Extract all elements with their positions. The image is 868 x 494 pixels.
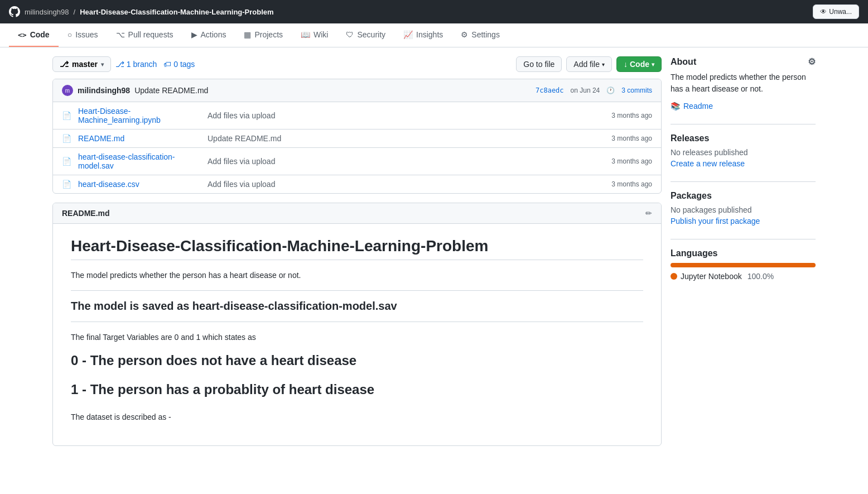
tab-issues[interactable]: ○ Issues bbox=[59, 23, 107, 47]
sidebar-packages-section: Packages No packages published Publish y… bbox=[671, 191, 816, 226]
sidebar-publish-package-link[interactable]: Publish your first package bbox=[671, 217, 816, 226]
file-link-1[interactable]: README.md bbox=[78, 134, 201, 143]
tab-actions[interactable]: ▶ Actions bbox=[182, 23, 235, 47]
sidebar-divider-releases bbox=[671, 124, 816, 124]
content-area: ⎇ master ▾ ⎇ 1 branch 🏷 0 tags Go to fil bbox=[52, 56, 662, 446]
language-color-dot bbox=[671, 273, 677, 280]
tab-wiki[interactable]: 📖 Wiki bbox=[292, 23, 337, 47]
file-table: m milindsingh98 Update README.md 7c8aedc… bbox=[52, 79, 662, 194]
insights-icon: 📈 bbox=[403, 30, 413, 39]
topbar-username[interactable]: milindsingh98 bbox=[25, 8, 69, 16]
readme-target-vars: The final Target Variables are 0 and 1 w… bbox=[71, 331, 643, 343]
toolbar-actions: Go to file Add file ▾ ↓ Code ▾ bbox=[516, 56, 662, 72]
commit-avatar: m bbox=[62, 85, 73, 96]
tab-settings[interactable]: ⚙ Settings bbox=[452, 23, 509, 47]
sidebar-languages-title: Languages bbox=[671, 248, 816, 258]
edit-readme-button[interactable]: ✏ bbox=[645, 209, 652, 218]
projects-icon: ▦ bbox=[244, 30, 251, 39]
sidebar-no-releases: No releases published bbox=[671, 148, 816, 157]
security-icon: 🛡 bbox=[346, 30, 354, 39]
repo-toolbar: ⎇ master ▾ ⎇ 1 branch 🏷 0 tags Go to fil bbox=[52, 56, 662, 72]
file-age-2: 3 months ago bbox=[611, 157, 652, 165]
file-row: 📄 Heart-Disease-Machine_learning.ipynb A… bbox=[53, 102, 661, 130]
sidebar-gear-icon[interactable]: ⚙ bbox=[808, 56, 816, 67]
sidebar-releases-section: Releases No releases published Create a … bbox=[671, 133, 816, 168]
sidebar-divider-packages bbox=[671, 181, 816, 182]
wiki-icon: 📖 bbox=[301, 30, 310, 39]
sidebar-about-title: About ⚙ bbox=[671, 56, 816, 67]
pr-icon: ⌥ bbox=[116, 30, 125, 39]
sidebar-divider-languages bbox=[671, 239, 816, 239]
file-icon: 📄 bbox=[62, 111, 71, 120]
issues-icon: ○ bbox=[67, 30, 72, 39]
sidebar-create-release-link[interactable]: Create a new release bbox=[671, 159, 816, 168]
actions-icon: ▶ bbox=[191, 30, 197, 39]
clock-icon: 🕐 bbox=[606, 87, 615, 94]
code-icon: <> bbox=[18, 31, 27, 39]
settings-icon: ⚙ bbox=[461, 30, 468, 39]
book-icon: 📚 bbox=[671, 102, 680, 111]
file-icon: 📄 bbox=[62, 134, 71, 143]
readme-content: Heart-Disease-Classification-Machine-Lea… bbox=[53, 224, 661, 445]
go-to-file-button[interactable]: Go to file bbox=[516, 56, 562, 72]
commits-count-link[interactable]: 3 commits bbox=[621, 87, 652, 94]
readme-box: README.md ✏ Heart-Disease-Classification… bbox=[52, 203, 662, 446]
branch-count-link[interactable]: ⎇ 1 branch bbox=[115, 60, 157, 69]
nav-tabs: <> Code ○ Issues ⌥ Pull requests ▶ Actio… bbox=[0, 23, 868, 47]
chevron-down-icon: ▾ bbox=[101, 61, 104, 68]
file-age-0: 3 months ago bbox=[611, 112, 652, 119]
sidebar-about-section: About ⚙ The model predicts whether the p… bbox=[671, 56, 816, 111]
file-row: 📄 heart-disease-classification-model.sav… bbox=[53, 148, 661, 175]
file-age-3: 3 months ago bbox=[611, 180, 652, 188]
branch-selector-button[interactable]: ⎇ master ▾ bbox=[52, 56, 111, 72]
file-link-3[interactable]: heart-disease.csv bbox=[78, 180, 201, 189]
add-file-arrow-icon: ▾ bbox=[602, 61, 605, 68]
sidebar-no-packages: No packages published bbox=[671, 205, 816, 214]
code-arrow-icon: ▾ bbox=[652, 61, 654, 68]
add-file-button[interactable]: Add file ▾ bbox=[566, 56, 612, 72]
tag-count-link[interactable]: 🏷 0 tags bbox=[163, 60, 195, 69]
topbar: milindsingh98 / Heart-Disease-Classifica… bbox=[0, 0, 868, 23]
topbar-reponame[interactable]: Heart-Disease-Classification-Machine-Lea… bbox=[80, 8, 273, 16]
file-age-1: 3 months ago bbox=[611, 135, 652, 142]
code-button[interactable]: ↓ Code ▾ bbox=[616, 56, 662, 72]
language-name: Jupyter Notebook bbox=[681, 272, 742, 281]
language-percent: 100.0% bbox=[748, 272, 774, 281]
commit-sha-link[interactable]: 7c8aedc bbox=[536, 87, 564, 94]
tab-code[interactable]: <> Code bbox=[9, 23, 59, 47]
commit-message-link[interactable]: Update README.md bbox=[134, 86, 208, 95]
sidebar-about-desc: The model predicts whether the person ha… bbox=[671, 71, 816, 95]
sidebar: About ⚙ The model predicts whether the p… bbox=[671, 56, 816, 446]
readme-dataset-text: The dataset is described as - bbox=[71, 411, 643, 423]
readme-header: README.md ✏ bbox=[53, 203, 661, 224]
topbar-sep: / bbox=[74, 8, 76, 16]
readme-heading-1: 1 - The person has a probablity of heart… bbox=[71, 382, 643, 402]
tab-insights[interactable]: 📈 Insights bbox=[394, 23, 452, 47]
file-link-2[interactable]: heart-disease-classification-model.sav bbox=[78, 152, 201, 170]
readme-description: The model predicts whether the person ha… bbox=[71, 269, 643, 281]
file-link-0[interactable]: Heart-Disease-Machine_learning.ipynb bbox=[78, 107, 201, 124]
commit-row: m milindsingh98 Update README.md 7c8aedc… bbox=[53, 79, 661, 102]
github-logo-icon bbox=[9, 6, 20, 17]
main-layout: ⎇ master ▾ ⎇ 1 branch 🏷 0 tags Go to fil bbox=[44, 47, 824, 455]
file-commit-0: Add files via upload bbox=[208, 111, 605, 120]
file-row: 📄 heart-disease.csv Add files via upload… bbox=[53, 175, 661, 193]
file-commit-2: Add files via upload bbox=[208, 157, 605, 166]
unwatch-button[interactable]: 👁 Unwa... bbox=[813, 4, 859, 19]
branch-info: ⎇ 1 branch 🏷 0 tags bbox=[115, 60, 195, 69]
readme-filename: README.md bbox=[62, 209, 110, 218]
topbar-logo: milindsingh98 / Heart-Disease-Classifica… bbox=[9, 6, 274, 17]
file-icon: 📄 bbox=[62, 157, 71, 166]
tab-projects[interactable]: ▦ Projects bbox=[235, 23, 292, 47]
tab-security[interactable]: 🛡 Security bbox=[337, 23, 394, 47]
commit-author-link[interactable]: milindsingh98 bbox=[78, 86, 130, 95]
download-icon: ↓ bbox=[624, 60, 628, 69]
file-commit-1: Update README.md bbox=[208, 134, 605, 143]
file-row: 📄 README.md Update README.md 3 months ag… bbox=[53, 130, 661, 148]
sidebar-readme-link[interactable]: 📚 Readme bbox=[671, 102, 816, 111]
tag-icon: 🏷 bbox=[163, 60, 171, 69]
eye-icon: 👁 bbox=[820, 8, 827, 16]
file-commit-3: Add files via upload bbox=[208, 180, 605, 189]
commit-meta: 7c8aedc on Jun 24 🕐 3 commits bbox=[536, 87, 652, 94]
tab-pull-requests[interactable]: ⌥ Pull requests bbox=[107, 23, 182, 47]
